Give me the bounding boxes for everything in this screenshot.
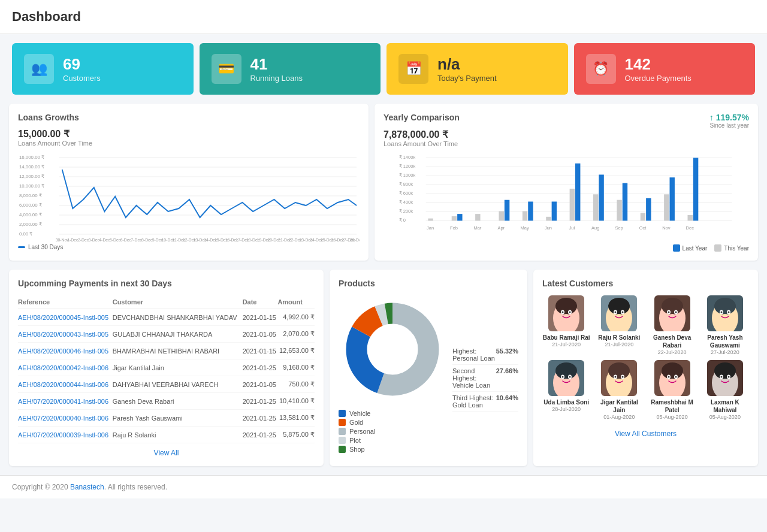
table-row: AEH/08/2020/000046-Instl-005 BHAMRABHAI … — [18, 343, 315, 359]
svg-point-148 — [569, 376, 571, 378]
svg-point-147 — [562, 376, 564, 378]
bar-chart-legend: Last Year This Year — [384, 244, 749, 252]
line-chart-svg: 16,000.00 ₹ 14,000.00 ₹ 12,000.00 ₹ 10,0… — [18, 152, 360, 241]
svg-text:₹ 800k: ₹ 800k — [399, 182, 413, 187]
svg-text:28-Dec: 28-Dec — [350, 238, 360, 241]
footer-brand[interactable]: Banastech — [70, 483, 104, 491]
ref-cell[interactable]: AEH/08/2020/000044-Instl-006 — [18, 376, 113, 393]
ref-cell[interactable]: AEH/07/2020/000041-Instl-006 — [18, 393, 113, 410]
legend-vehicle: Vehicle — [339, 410, 446, 417]
ref-cell[interactable]: AEH/07/2020/000040-Instl-006 — [18, 410, 113, 427]
customer-cell: BHAMRABHAI NETHIBHAI RABARI — [113, 343, 243, 359]
customer-item[interactable]: Laxman K Mahiwal 05-Aug-2020 — [701, 360, 749, 420]
customer-item[interactable]: Ganesh Deva Rabari 22-Jul-2020 — [648, 295, 696, 355]
svg-rect-85 — [688, 215, 693, 220]
customer-item[interactable]: Uda Limba Soni 28-Jul-2020 — [542, 360, 590, 420]
line-legend-dot — [18, 246, 25, 248]
stat-personal-label: Highest: Personal Loan — [452, 347, 496, 362]
vehicle-dot — [339, 410, 346, 417]
svg-point-121 — [622, 312, 624, 313]
upcoming-table: Reference Customer Date Amount AEH/08/20… — [18, 295, 315, 443]
customer-cell: Jigar Kantilal Jain — [113, 359, 243, 376]
customers-number: 69 — [63, 55, 101, 74]
stat-overdue[interactable]: ⏰ 142 Overdue Payments — [574, 43, 756, 95]
svg-rect-83 — [664, 194, 669, 220]
shop-dot — [339, 446, 346, 453]
this-year-dot — [714, 244, 721, 252]
avatar — [548, 295, 584, 331]
svg-text:₹ 200k: ₹ 200k — [399, 208, 413, 214]
table-row: AEH/07/2020/000040-Instl-006 Paresh Yash… — [18, 410, 315, 427]
svg-point-176 — [723, 379, 727, 381]
stat-vehicle-label: Second Highest: Vehicle Loan — [452, 367, 496, 389]
svg-rect-82 — [646, 198, 651, 221]
svg-text:Dec: Dec — [686, 225, 694, 231]
svg-text:8,000.00 ₹: 8,000.00 ₹ — [19, 193, 42, 198]
svg-point-175 — [727, 376, 729, 378]
svg-text:8-Dec: 8-Dec — [141, 238, 153, 241]
svg-rect-78 — [599, 175, 603, 221]
customer-item[interactable]: Paresh Yash Gauswami 27-Jul-2020 — [701, 295, 749, 355]
upcoming-title: Upcomming Payments in next 30 Days — [18, 279, 315, 288]
last-year-label: Last Year — [683, 245, 708, 252]
svg-rect-66 — [457, 214, 462, 220]
date-cell: 2021-01-25 — [243, 427, 278, 443]
upcoming-table-header: Reference Customer Date Amount — [18, 295, 315, 309]
svg-point-111 — [562, 312, 564, 313]
svg-text:Nov: Nov — [662, 225, 671, 231]
svg-point-139 — [727, 312, 729, 313]
running-loans-info: 41 Running Loans — [250, 55, 303, 83]
customer-item[interactable]: Raju R Solanki 21-Jul-2020 — [595, 295, 643, 355]
svg-rect-81 — [641, 213, 645, 220]
table-row: AEH/08/2020/000045-Instl-005 DEVCHANDBHA… — [18, 309, 315, 326]
date-cell: 2021-01-25 — [243, 393, 278, 410]
svg-rect-74 — [552, 202, 557, 221]
svg-point-126 — [662, 298, 683, 315]
customers-icon: 👥 — [24, 54, 54, 84]
svg-text:10,000.00 ₹: 10,000.00 ₹ — [19, 183, 44, 189]
upcoming-payments-card: Upcomming Payments in next 30 Days Refer… — [9, 270, 324, 466]
col-amount: Amount — [277, 295, 315, 309]
svg-text:Apr: Apr — [497, 225, 505, 231]
view-all-customers-button[interactable]: View All Customers — [615, 430, 677, 438]
svg-rect-77 — [593, 194, 598, 220]
table-row: AEH/07/2020/000039-Instl-006 Raju R Sola… — [18, 427, 315, 443]
donut-chart-area: Vehicle Gold Personal Plot — [339, 295, 446, 455]
stat-todays-payment[interactable]: 📅 n/a Today's Payment — [386, 43, 568, 95]
ref-cell[interactable]: AEH/07/2020/000039-Instl-006 — [18, 427, 113, 443]
svg-text:5-Dec: 5-Dec — [110, 238, 121, 241]
svg-rect-84 — [670, 177, 675, 220]
amount-cell: 13,581.00 ₹ — [277, 410, 315, 427]
ref-cell[interactable]: AEH/08/2020/000045-Instl-005 — [18, 309, 113, 326]
customer-cell: DAHYABHAI VEERABHAI VARECH — [113, 376, 243, 393]
view-all-button[interactable]: View All — [154, 449, 179, 457]
svg-point-140 — [723, 314, 727, 316]
svg-point-138 — [720, 312, 722, 313]
svg-text:7-Dec: 7-Dec — [131, 238, 142, 241]
ref-cell[interactable]: AEH/08/2020/000042-Instl-006 — [18, 359, 113, 376]
yearly-growth: ↑ 119.57% Since last year — [709, 113, 749, 129]
table-row: AEH/08/2020/000042-Instl-006 Jigar Kanti… — [18, 359, 315, 376]
customer-name: Raju R Solanki — [595, 334, 643, 341]
customer-item[interactable]: Rameshbhai M Patel 05-Aug-2020 — [648, 360, 696, 420]
view-all-customers-row: View All Customers — [542, 426, 749, 438]
last-year-legend: Last Year — [673, 244, 708, 252]
svg-text:16,000.00 ₹: 16,000.00 ₹ — [19, 155, 44, 160]
todays-payment-label: Today's Payment — [437, 74, 497, 83]
svg-text:0.00 ₹: 0.00 ₹ — [19, 231, 32, 237]
customer-item[interactable]: Jigar Kantilal Jain 01-Aug-2020 — [595, 360, 643, 420]
charts-row: Loans Growths 15,000.00 ₹ Loans Amount O… — [9, 104, 758, 261]
stat-running-loans[interactable]: 💳 41 Running Loans — [200, 43, 381, 95]
svg-point-153 — [608, 362, 630, 379]
todays-payment-number: n/a — [437, 55, 497, 74]
svg-point-117 — [608, 298, 630, 315]
stat-customers[interactable]: 👥 69 Customers — [12, 43, 194, 95]
avatar — [601, 295, 637, 331]
upcoming-table-body: AEH/08/2020/000045-Instl-005 DEVCHANDBHA… — [18, 309, 315, 443]
legend-gold: Gold — [339, 419, 446, 426]
footer: Copyright © 2020 Banastech. All rights r… — [0, 475, 767, 498]
customer-item[interactable]: Babu Ramaji Rai 21-Jul-2020 — [542, 295, 590, 355]
ref-cell[interactable]: AEH/08/2020/000043-Instl-005 — [18, 326, 113, 343]
ref-cell[interactable]: AEH/08/2020/000046-Instl-005 — [18, 343, 113, 359]
overdue-label: Overdue Payments — [625, 74, 691, 83]
